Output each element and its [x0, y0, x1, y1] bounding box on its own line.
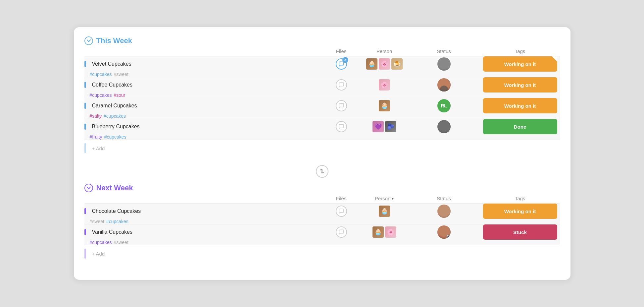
files-cell: 🌸	[361, 79, 408, 91]
chat-icon[interactable]	[336, 206, 347, 217]
name-cell: Vanilla Cupcakes	[84, 229, 322, 235]
file-thumb[interactable]: 🧁	[372, 226, 384, 238]
chat-cell[interactable]	[322, 226, 361, 238]
status-cell[interactable]: Done	[480, 119, 560, 134]
tag[interactable]: #cupcakes	[104, 113, 126, 119]
file-thumb[interactable]: 🌸	[385, 226, 396, 238]
sort-button[interactable]: ⇅	[316, 165, 328, 178]
status-badge[interactable]: Stuck	[483, 224, 557, 240]
tag[interactable]: #sweet	[114, 240, 128, 245]
col-header-status-2: Status	[408, 196, 480, 201]
next-week-add-row[interactable]: + Add	[84, 245, 560, 260]
tags-cell: #cupcakes #sweet	[84, 72, 322, 77]
person-cell[interactable]: −	[408, 225, 480, 239]
files-cell: 🧁 🌸 🍮	[361, 58, 408, 70]
row-name: Vanilla Cupcakes	[92, 229, 132, 235]
name-cell: Chocolate Cupcakes	[84, 208, 322, 214]
status-badge[interactable]: Done	[483, 119, 557, 134]
avatar[interactable]: RL	[437, 99, 451, 112]
this-week-add-row[interactable]: + Add	[84, 140, 560, 154]
chat-cell[interactable]: 3	[322, 58, 361, 70]
this-week-col-headers: Files Person Status Tags	[84, 48, 560, 56]
file-thumb[interactable]: 🍮	[391, 58, 403, 70]
file-thumb[interactable]: 🌸	[379, 58, 390, 70]
chevron-down-icon[interactable]: ▾	[392, 196, 394, 201]
next-week-section: Next Week Files Person ▾ Status Tags Cho…	[84, 184, 560, 260]
file-thumb[interactable]: 💜	[372, 121, 384, 132]
status-badge[interactable]: Working on it	[483, 56, 557, 72]
files-cell: 🧁	[361, 206, 408, 217]
person-cell[interactable]	[408, 205, 480, 218]
chat-icon[interactable]	[336, 121, 347, 132]
tag[interactable]: #cupcakes	[90, 240, 112, 245]
status-cell[interactable]: Stuck	[480, 224, 560, 240]
chat-bubble[interactable]	[336, 100, 347, 111]
row-accent	[84, 208, 86, 214]
files-cell: 🧁 🌸	[361, 226, 408, 238]
tag[interactable]: #fruity	[90, 134, 102, 140]
tag[interactable]: #cupcakes	[90, 72, 112, 77]
name-cell: Coffee Cupcakes	[84, 82, 322, 88]
this-week-table: Velvet Cupcakes 3 🧁 🌸 🍮	[84, 56, 560, 140]
status-cell[interactable]: Working on it	[480, 77, 560, 92]
status-badge[interactable]: Working on it	[483, 77, 557, 92]
chat-icon[interactable]	[336, 100, 347, 111]
row-name: Blueberry Cupcakes	[92, 124, 140, 130]
tag[interactable]: #sweet	[90, 219, 104, 224]
avatar[interactable]	[437, 78, 451, 92]
table-row: Coffee Cupcakes 🌸	[84, 77, 560, 98]
col-header-tags-1: Tags	[480, 48, 560, 54]
person-cell[interactable]: RL	[408, 99, 480, 112]
tag[interactable]: #sour	[114, 92, 125, 98]
next-week-header: Next Week	[84, 184, 560, 192]
add-label[interactable]: + Add	[92, 251, 105, 257]
col-header-person-2: Person ▾	[361, 196, 408, 201]
person-cell[interactable]	[408, 78, 480, 92]
avatar[interactable]	[437, 205, 451, 218]
chat-bubble[interactable]	[336, 206, 347, 217]
add-label[interactable]: + Add	[92, 146, 105, 151]
tag[interactable]: #cupcakes	[106, 219, 128, 224]
tag[interactable]: #salty	[90, 113, 102, 119]
this-week-chevron[interactable]	[84, 36, 93, 45]
status-cell[interactable]: Working on it	[480, 98, 560, 113]
row-accent	[84, 249, 86, 259]
status-badge[interactable]: Working on it	[483, 98, 557, 113]
tag[interactable]: #cupcakes	[104, 134, 126, 140]
row-accent	[84, 82, 86, 88]
row-name: Caramel Cupcakes	[92, 103, 137, 109]
chat-bubble[interactable]	[336, 121, 347, 132]
chat-icon[interactable]	[336, 79, 347, 91]
status-badge[interactable]: Working on it	[483, 204, 557, 219]
person-cell[interactable]	[408, 57, 480, 71]
person-cell[interactable]	[408, 120, 480, 133]
tag[interactable]: #cupcakes	[90, 92, 112, 98]
chat-cell[interactable]	[322, 100, 361, 111]
table-row: Blueberry Cupcakes 💜 🫐	[84, 119, 560, 140]
next-week-chevron[interactable]	[84, 184, 93, 192]
status-cell[interactable]: Working on it	[480, 204, 560, 219]
file-thumb[interactable]: 🧁	[366, 58, 377, 70]
col-header-person-1: Person	[361, 48, 408, 54]
row-accent	[84, 143, 86, 153]
chat-cell[interactable]	[322, 206, 361, 217]
chat-icon[interactable]	[336, 226, 347, 238]
file-thumb[interactable]: 🧁	[379, 206, 390, 217]
file-thumb[interactable]: 🫐	[385, 121, 396, 132]
chat-cell[interactable]	[322, 121, 361, 132]
row-name: Chocolate Cupcakes	[92, 208, 141, 214]
avatar[interactable]	[437, 120, 451, 133]
tags-cell: #sweet #cupcakes	[84, 219, 322, 224]
avatar[interactable]: −	[437, 225, 451, 239]
tags-cell: #salty #cupcakes	[84, 113, 322, 119]
chat-cell[interactable]	[322, 79, 361, 91]
file-thumb[interactable]: 🧁	[379, 100, 390, 111]
avatar[interactable]	[437, 57, 451, 71]
chat-icon[interactable]: 3	[336, 58, 347, 70]
file-thumb[interactable]: 🌸	[379, 79, 390, 91]
status-cell[interactable]: Working on it	[480, 56, 560, 72]
chat-bubble[interactable]	[336, 79, 347, 91]
chat-bubble[interactable]	[336, 226, 347, 238]
tag[interactable]: #sweet	[114, 72, 128, 77]
table-row: Vanilla Cupcakes 🧁 🌸	[84, 224, 560, 245]
